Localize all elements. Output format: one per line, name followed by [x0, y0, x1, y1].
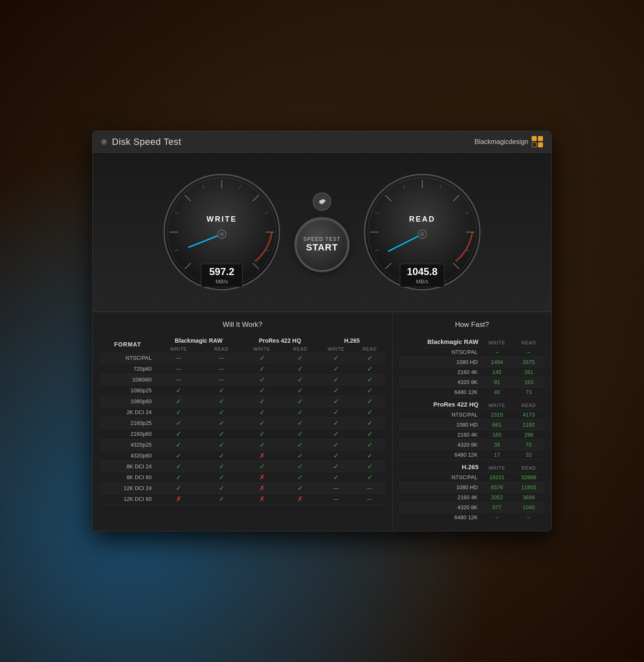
check-icon: ✓ — [219, 463, 224, 470]
check-icon: ✓ — [219, 430, 224, 437]
wiw-cell: ✗ — [282, 494, 318, 505]
hf-read-val: – — [513, 347, 545, 357]
wiw-h265-header: H.265 — [318, 335, 385, 345]
start-button[interactable]: SPEED TEST START — [295, 217, 349, 272]
check-icon: ✓ — [259, 409, 265, 416]
write-value: 597.2 — [208, 266, 236, 278]
gear-icon — [317, 197, 327, 206]
wiw-cell: ✓ — [282, 461, 318, 472]
hf-row-label: 6480 12K — [399, 513, 481, 523]
dash-mark: — — [333, 496, 339, 502]
hf-data-row: 2160 4K145261 — [399, 367, 545, 377]
table-row: 8K DCI 60✓✓✗✓✓✓ — [99, 472, 385, 483]
hf-tbody: Blackmagic RAWWRITEREADNTSC/PAL––1080 HD… — [399, 335, 545, 523]
wiw-cell: ✓ — [354, 461, 385, 472]
wiw-cell: ✓ — [201, 494, 242, 505]
title-bar: ✕ Disk Speed Test Blackmagicdesign — [93, 131, 551, 153]
wiw-format-name: 4320p25 — [99, 440, 156, 450]
wiw-cell: ✓ — [201, 483, 242, 494]
cross-icon: ✗ — [176, 495, 181, 503]
wiw-cell: ✓ — [282, 429, 318, 440]
wiw-cell: — — [156, 364, 201, 374]
wiw-format-name: 1080p25 — [99, 385, 156, 396]
wiw-format-name: 1080i60 — [99, 374, 156, 385]
hf-data-row: 6480 12K–– — [399, 513, 545, 523]
hf-row-label: 6480 12K — [399, 387, 481, 397]
wiw-format-name: 720p60 — [99, 364, 156, 374]
how-fast-table: Blackmagic RAWWRITEREADNTSC/PAL––1080 HD… — [399, 335, 545, 523]
check-icon: ✓ — [219, 441, 224, 448]
check-icon: ✓ — [219, 387, 224, 394]
wiw-cell: ✓ — [354, 440, 385, 450]
hf-row-label: 2160 4K — [399, 430, 481, 440]
check-icon: ✓ — [259, 441, 265, 448]
wiw-cell: ✓ — [156, 396, 201, 407]
hf-read-header: READ — [513, 335, 545, 347]
hf-row-label: 4320 8K — [399, 377, 481, 387]
hf-group-name: H.265 — [399, 460, 481, 472]
wiw-cell: ✓ — [282, 440, 318, 450]
check-icon: ✓ — [219, 495, 224, 503]
table-row: 4320p60✓✓✗✓✓✓ — [99, 450, 385, 461]
close-button[interactable]: ✕ — [101, 139, 107, 145]
hf-data-row: 2160 4K20523699 — [399, 493, 545, 503]
gear-button[interactable] — [313, 192, 331, 211]
table-row: 720p60——✓✓✓✓ — [99, 364, 385, 374]
check-icon: ✓ — [367, 430, 373, 437]
hf-row-label: 1080 HD — [399, 420, 481, 430]
hf-row-label: NTSC/PAL — [399, 410, 481, 420]
wiw-cell: ✗ — [241, 472, 282, 483]
check-icon: ✓ — [259, 387, 265, 394]
will-it-work-panel: Will It Work? FORMAT Blackmagic RAW ProR… — [93, 312, 393, 531]
wiw-cell: ✓ — [201, 418, 242, 429]
wiw-format-name: 12K DCI 24 — [99, 483, 156, 494]
table-row: 12K DCI 24✓✓✗✓—— — [99, 483, 385, 494]
hf-write-val: 6576 — [481, 483, 513, 493]
wiw-group-header: FORMAT Blackmagic RAW ProRes 422 HQ H.26… — [99, 335, 385, 345]
wiw-prores-header: ProRes 422 HQ — [241, 335, 318, 345]
check-icon: ✓ — [219, 419, 224, 427]
hf-write-val: 39 — [481, 440, 513, 450]
brand-square-3 — [532, 142, 537, 147]
hf-read-val: 261 — [513, 367, 545, 377]
wiw-cell: ✓ — [354, 429, 385, 440]
wiw-sub-read-3: READ — [354, 345, 385, 353]
check-icon: ✓ — [176, 441, 181, 448]
wiw-cell: ✓ — [201, 450, 242, 461]
check-icon: ✓ — [219, 474, 224, 481]
check-icon: ✓ — [176, 398, 181, 405]
check-icon: ✓ — [176, 474, 181, 481]
hf-read-val: 32866 — [513, 472, 545, 483]
check-icon: ✓ — [297, 441, 303, 448]
check-icon: ✓ — [297, 387, 303, 394]
wiw-cell: ✓ — [318, 440, 354, 450]
wiw-cell: ✓ — [241, 461, 282, 472]
table-row: 2160p25✓✓✓✓✓✓ — [99, 418, 385, 429]
cross-icon: ✗ — [297, 495, 303, 503]
hf-read-val: 32 — [513, 450, 545, 460]
app-window: ✕ Disk Speed Test Blackmagicdesign — [92, 131, 552, 531]
wiw-cell: — — [156, 374, 201, 385]
check-icon: ✓ — [367, 376, 373, 383]
check-icon: ✓ — [219, 409, 224, 416]
center-controls: SPEED TEST START — [289, 192, 355, 272]
hf-data-row: 1080 HD6611192 — [399, 420, 545, 430]
wiw-cell: ✓ — [241, 353, 282, 364]
wiw-cell: ✗ — [156, 494, 201, 505]
brand-square-4 — [538, 142, 543, 147]
wiw-cell: ✓ — [318, 364, 354, 374]
hf-row-label: 4320 8K — [399, 503, 481, 513]
wiw-cell: — — [318, 483, 354, 494]
wiw-cell: ✓ — [282, 396, 318, 407]
check-icon: ✓ — [259, 419, 265, 427]
wiw-bmraw-header: Blackmagic RAW — [156, 335, 241, 345]
check-icon: ✓ — [333, 365, 339, 372]
will-it-work-title: Will It Work? — [99, 321, 385, 329]
check-icon: ✓ — [333, 409, 339, 416]
hf-read-val: 2675 — [513, 357, 545, 367]
check-icon: ✓ — [176, 387, 181, 394]
hf-read-val: 298 — [513, 430, 545, 440]
hf-data-row: NTSC/PAL23154173 — [399, 410, 545, 420]
read-unit: MB/s — [416, 278, 428, 285]
wiw-format-name: 8K DCI 60 — [99, 472, 156, 483]
